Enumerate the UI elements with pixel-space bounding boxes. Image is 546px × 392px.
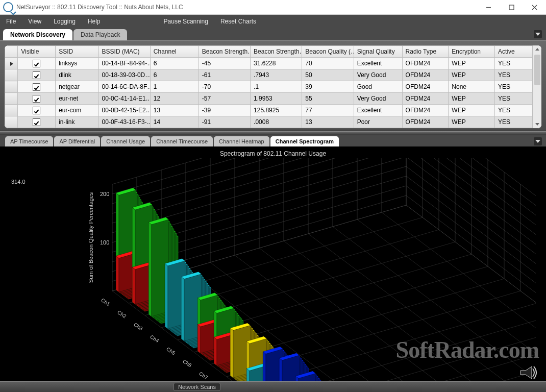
table-row[interactable]: eur-com00-0D-42-15-E2…13-39125.892577Exc… [5,105,533,116]
col-radio[interactable]: Radio Type [402,46,449,58]
tab-ap-timecourse[interactable]: AP Timecourse [5,136,53,146]
table-row[interactable]: netgear00-14-6C-DA-8F…1-70.139GoodOFDM24… [5,81,533,93]
row-selector[interactable] [5,105,18,116]
tab-data-playback[interactable]: Data Playback [73,29,127,40]
cell-ssid: eur-com [56,105,98,116]
cell-bssid: 00-0F-43-16-F3-… [98,116,150,128]
svg-line-43 [406,186,536,357]
maximize-button[interactable] [500,0,523,14]
table-row[interactable]: linksys00-14-BF-84-94-…6-4531.622870Exce… [5,58,533,69]
chart-tabs: AP Timecourse AP Differential Channel Us… [0,135,546,146]
svg-marker-373 [214,337,217,366]
cell-visible[interactable] [18,105,56,116]
col-beacon-q[interactable]: Beacon Quality (… [302,46,354,58]
menu-reset-charts[interactable]: Reset Charts [214,15,262,28]
checkbox-icon[interactable] [33,95,40,103]
chart-tabs-dropdown-icon[interactable] [534,137,542,145]
svg-line-46 [406,158,536,328]
svg-line-80 [406,205,536,377]
cell-ssid: linksys [56,58,98,69]
svg-line-49 [406,158,536,299]
scroll-up-icon[interactable] [533,45,541,53]
cell-beacon-strength-2: .1 [251,81,302,93]
menu-view[interactable]: View [22,15,47,28]
menu-logging[interactable]: Logging [47,15,82,28]
svg-marker-229 [148,222,152,316]
svg-line-78 [357,219,536,391]
cell-bssid: 00-14-6C-DA-8F… [98,81,150,93]
checkbox-icon[interactable] [33,60,40,67]
table-row[interactable]: in-link00-0F-43-16-F3-…14-91.000813PoorO… [5,116,533,128]
tabs-dropdown-icon[interactable] [534,30,542,38]
cell-beacon-strength-2: .7943 [251,69,302,81]
col-visible[interactable]: Visible [18,46,56,58]
tab-channel-usage[interactable]: Channel Usage [101,136,150,146]
row-selector[interactable] [5,81,18,93]
menu-file[interactable]: File [0,15,22,28]
row-selector[interactable] [5,58,18,69]
cell-channel: 13 [150,105,198,116]
cell-radio-type: OFDM24 [402,116,449,128]
tab-channel-heatmap[interactable]: Channel Heatmap [214,136,269,146]
checkbox-icon[interactable] [33,107,40,114]
cell-channel: 12 [150,93,198,105]
cell-beacon-strength-1: -70 [198,81,250,93]
col-channel[interactable]: Channel [150,46,198,58]
tab-channel-timecourse[interactable]: Channel Timecourse [151,136,213,146]
cell-visible[interactable] [18,69,56,81]
row-selector[interactable] [5,69,18,81]
cell-visible[interactable] [18,93,56,105]
col-active[interactable]: Active [495,46,533,58]
col-ssid[interactable]: SSID [56,46,98,58]
cell-encryption: WEP [449,58,495,69]
access-point-panel: Visible SSID BSSID (MAC) Channel Beacon … [0,40,546,131]
cell-channel: 14 [150,116,198,128]
cell-bssid: 00-0C-41-14-E1… [98,93,150,105]
cell-beacon-strength-2: 31.6228 [251,58,302,69]
horizontal-splitter[interactable] [0,131,546,135]
col-beacon-s2[interactable]: Beacon Strength… [251,46,302,58]
checkbox-icon[interactable] [33,71,40,79]
checkbox-icon[interactable] [33,118,40,126]
scroll-down-icon[interactable] [533,120,541,128]
cell-visible[interactable] [18,81,56,93]
col-bssid[interactable]: BSSID (MAC) [98,46,150,58]
svg-line-47 [406,158,536,318]
col-sig-q[interactable]: Signal Quality [354,46,402,58]
col-beacon-s1[interactable]: Beacon Strength… [198,46,250,58]
col-enc[interactable]: Encryption [449,46,495,58]
row-selector[interactable] [5,93,18,105]
checkbox-icon[interactable] [33,83,40,91]
tab-network-discovery[interactable]: Network Discovery [3,29,72,40]
primary-tabs: Network Discovery Data Playback [0,28,546,40]
chart-panel: Spectrogram of 802.11 Channel Usage 314.… [0,146,546,392]
window-titlebar: NetSurveyor :: 802.11 Discovery Tool :: … [0,0,546,15]
cell-encryption: WEP [449,116,495,128]
cell-beacon-strength-2: 1.9953 [251,93,302,105]
table-vertical-scrollbar[interactable] [533,45,541,128]
cell-beacon-quality: 77 [302,105,354,116]
menu-help[interactable]: Help [82,15,107,28]
close-button[interactable] [523,0,546,14]
cell-beacon-strength-1: -57 [198,93,250,105]
table-row[interactable]: dlink00-18-39-03-0D…6-61.794350Very Good… [5,69,533,81]
scroll-thumb[interactable] [534,55,540,85]
col-rowselector[interactable] [5,46,18,58]
cell-encryption: None [449,81,495,93]
status-bar: Network Scans [0,381,546,392]
cell-visible[interactable] [18,58,56,69]
cell-channel: 1 [150,81,198,93]
spectrogram-3d-chart[interactable]: 100200Sum of Beacon Quality PercentagesC… [10,158,536,392]
svg-line-79 [382,212,536,384]
svg-marker-157 [116,256,119,292]
tab-channel-spectrogram[interactable]: Channel Spectrogram [270,136,339,146]
cell-signal-quality: Very Good [354,69,402,81]
cell-visible[interactable] [18,116,56,128]
row-selector[interactable] [5,116,18,128]
minimize-button[interactable] [477,0,500,14]
tab-ap-differential[interactable]: AP Differential [54,136,100,146]
table-header-row: Visible SSID BSSID (MAC) Channel Beacon … [5,46,533,58]
table-row[interactable]: eur-net00-0C-41-14-E1…12-571.995355Very … [5,93,533,105]
svg-text:Ch4: Ch4 [149,334,160,344]
menu-pause-scanning[interactable]: Pause Scanning [158,15,214,28]
